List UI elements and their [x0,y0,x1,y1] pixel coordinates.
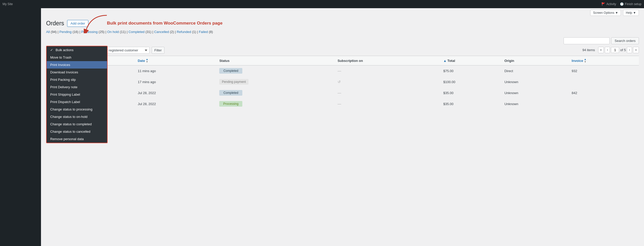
orders-tbody: 👁 #932 11 mins ago Completed — $75.00 Di… [46,65,639,109]
row-invoice-cell-0: 932 [569,65,639,76]
sort-date-link[interactable]: Date ▲▼ [138,58,213,63]
bulk-action-item-status-completed[interactable]: Change status to completed [47,120,107,128]
content-area: Screen Options ▼ Help ▼ Orders Add order… [41,8,644,246]
search-row: Search orders [46,37,639,44]
subscription-icon-1: ↺ [338,80,341,84]
table-row: 👁 #932 11 mins ago Completed — $75.00 Di… [46,65,639,76]
row-total-cell-1: $100.00 [440,76,501,87]
row-status-cell-0: Completed [216,65,334,76]
page-title-row: Orders Add order Bulk print documents fr… [46,20,639,27]
tab-all-count: (94) [51,30,57,34]
pagination-page-input[interactable] [611,47,619,53]
row-total-cell-3: $35.00 [440,98,501,109]
bulk-action-item-1[interactable]: Move to Trash [47,54,107,61]
th-origin: Origin [501,56,569,65]
bulk-action-item-print-invoices[interactable]: Print Invoices [47,61,107,69]
row-date-cell-3: Jul 28, 2022 [135,98,216,109]
tab-all[interactable]: All [46,30,50,34]
bulk-action-item-print-dispatch[interactable]: Print Dispatch Label [47,98,107,106]
th-date: Date ▲▼ [135,56,216,65]
adminbar-left: My Site [3,2,13,6]
row-status-cell-2: Completed [216,87,334,98]
pagination: 94 items « ‹ of 5 › » [582,47,639,53]
subscription-icon-3: — [338,102,341,106]
row-subscription-cell-3: — [335,98,440,109]
bulk-action-item-0[interactable]: Bulk actions [47,46,107,54]
search-input[interactable] [564,37,610,44]
tab-failed[interactable]: Failed [199,30,208,34]
bulk-action-item-status-onhold[interactable]: Change status to on-hold [47,113,107,120]
status-badge-2: Completed [219,90,242,96]
page-title: Orders [46,20,64,27]
filter-button[interactable]: Filter [152,47,165,54]
row-invoice-cell-1 [569,76,639,87]
sidebar [0,8,41,246]
row-subscription-cell-0: — [335,65,440,76]
sort-invoice-link[interactable]: Invoice ▲▼ [572,58,636,63]
bulk-action-item-print-shipping[interactable]: Print Shipping Label [47,91,107,98]
clock-icon: 🕐 [620,2,624,6]
sort-total-link[interactable]: ▲ Total [443,59,498,63]
row-invoice-cell-2: 842 [569,87,639,98]
sort-arrows-total-up: ▲ [443,59,447,63]
pagination-total: 5 [624,48,626,52]
subscription-icon-0: — [338,69,341,73]
tab-failed-count: (8) [209,30,213,34]
bulk-action-item-status-processing[interactable]: Change status to processing [47,106,107,113]
layout: Screen Options ▼ Help ▼ Orders Add order… [0,8,644,246]
callout-text: Bulk print documents from WooCommerce Or… [107,20,222,26]
callout-arrow [84,13,109,33]
row-invoice-cell-3 [569,98,639,109]
help-button[interactable]: Help ▼ [623,10,639,16]
status-badge-1: Pending payment [219,79,248,85]
th-status: Status [216,56,334,65]
sort-arrows-date: ▲▼ [146,58,148,63]
activity-link[interactable]: 🚩 Activity [601,2,616,6]
tab-completed-count: (31) [146,30,151,34]
tab-pending-count: (16) [72,30,78,34]
main-wrap: Orders Add order Bulk print documents fr… [41,17,644,115]
row-date-cell-1: 17 mins ago [135,76,216,87]
screen-options-button[interactable]: Screen Options ▼ [590,10,621,16]
pagination-next[interactable]: › [627,47,632,53]
subscription-icon-2: — [338,91,341,95]
table-row: 👁 #929 Jul 28, 2022 Processing — $35.00 … [46,98,639,109]
tab-refunded-count: (1) [192,30,196,34]
th-subscription: Subscription on [335,56,440,65]
row-status-cell-3: Processing [216,98,334,109]
bulk-action-item-remove-personal[interactable]: Remove personal data [47,135,107,143]
row-status-cell-1: Pending payment [216,76,334,87]
table-row: 👁 #931 17 mins ago Pending payment ↺ $10… [46,76,639,87]
sort-arrows-invoice: ▲▼ [584,58,586,63]
row-total-cell-0: $75.00 [440,65,501,76]
tab-cancelled-count: (2) [170,30,174,34]
bulk-action-item-print-packing[interactable]: Print Packing slip [47,76,107,83]
admin-bar: My Site 🚩 Activity 🕐 Finish setup [0,0,644,8]
items-count: 94 items [582,48,595,52]
row-origin-cell-1: Unknown [501,76,569,87]
bulk-print-callout: Bulk print documents from WooCommerce Or… [107,20,222,26]
tab-cancelled[interactable]: Cancelled [154,30,169,34]
bulk-action-item-download-invoices[interactable]: Download Invoices [47,69,107,76]
search-orders-button[interactable]: Search orders [611,37,639,44]
pagination-first[interactable]: « [598,47,604,53]
row-origin-cell-2: Unknown [501,87,569,98]
tab-refunded[interactable]: Refunded [177,30,191,34]
row-subscription-cell-1: ↺ [335,76,440,87]
row-origin-cell-0: Direct [501,65,569,76]
finish-setup-link[interactable]: 🕐 Finish setup [620,2,641,6]
tab-pending[interactable]: Pending [59,30,72,34]
pagination-prev[interactable]: ‹ [605,47,610,53]
row-date-cell-0: 11 mins ago [135,65,216,76]
pagination-last[interactable]: » [633,47,639,53]
site-name: My Site [3,2,13,6]
bulk-action-item-print-delivery[interactable]: Print Delivery note [47,83,107,91]
tab-onhold-count: (11) [120,30,126,34]
bulk-action-item-status-cancelled[interactable]: Change status to cancelled [47,128,107,135]
toolbar-row: Bulk actions Move to Trash Print Invoice… [46,46,639,54]
row-subscription-cell-2: — [335,87,440,98]
orders-table: Date ▲▼ Status Subscription on ▲ Total [46,56,639,109]
th-total: ▲ Total [440,56,501,65]
bulk-actions-dropdown: Bulk actions Move to Trash Print Invoice… [46,46,108,143]
tab-completed[interactable]: Completed [128,30,144,34]
